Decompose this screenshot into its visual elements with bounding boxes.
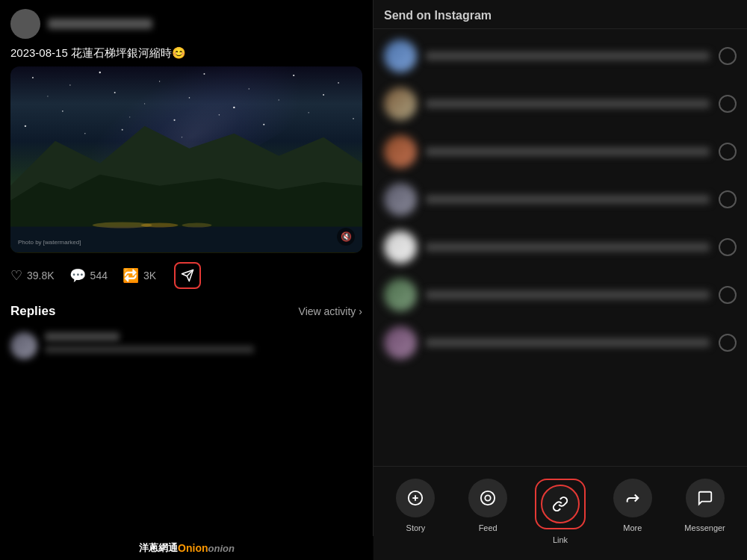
insta-avatar-2 (384, 87, 417, 120)
retweet-count: 3K (143, 270, 156, 281)
svg-point-38 (486, 495, 491, 500)
view-activity-link[interactable]: View activity › (299, 305, 362, 317)
svg-point-1 (69, 84, 71, 86)
svg-point-0 (32, 77, 34, 78)
insta-name-6 (426, 290, 710, 299)
action-btn-link[interactable]: Link (534, 479, 586, 545)
svg-point-8 (47, 96, 48, 96)
svg-point-6 (293, 75, 294, 76)
watermark-bar: 洋蔥網通 Onion onion (0, 536, 374, 560)
svg-point-30 (141, 223, 179, 228)
post-text: 2023-08-15 花蓮石梯坪銀河縮時😊 (0, 45, 373, 66)
reply-content-1 (45, 332, 362, 353)
replies-label: Replies (10, 304, 55, 319)
chevron-icon: › (359, 305, 362, 317)
like-count: 39.8K (27, 270, 55, 281)
insta-avatar-7 (384, 326, 417, 359)
watermark-brand-text: Onion (178, 542, 208, 554)
action-btn-icon-feed (468, 479, 507, 517)
insta-item-6[interactable] (374, 271, 747, 319)
radio-circle-3[interactable] (719, 143, 737, 161)
action-btn-label-story: Story (406, 523, 426, 533)
action-btn-icon-link (541, 485, 580, 523)
radio-circle-4[interactable] (719, 190, 737, 208)
insta-item-3[interactable] (374, 128, 747, 175)
svg-point-16 (129, 116, 130, 117)
insta-avatar-4 (384, 183, 417, 216)
comment-icon: 💬 (69, 267, 86, 284)
photo-watermark: Photo by [watermarked] (18, 239, 81, 246)
svg-point-20 (308, 112, 309, 113)
insta-item-2[interactable] (374, 80, 747, 128)
instagram-list[interactable] (374, 29, 747, 466)
action-btn-wrapper-link (535, 479, 586, 529)
action-btn-label-feed: Feed (479, 523, 498, 533)
like-action[interactable]: ♡ 39.8K (10, 267, 55, 284)
like-icon: ♡ (10, 267, 22, 284)
svg-point-37 (481, 491, 495, 505)
svg-point-19 (263, 124, 264, 125)
insta-avatar-3 (384, 135, 417, 168)
reply-text-1 (45, 346, 254, 353)
insta-item-7[interactable] (374, 319, 747, 367)
insta-item-4[interactable] (374, 175, 747, 223)
post-username (48, 19, 152, 29)
action-btn-more[interactable]: More (607, 479, 659, 533)
post-actions: ♡ 39.8K 💬 544 🔁 3K (0, 253, 373, 298)
comment-action[interactable]: 💬 544 (69, 267, 108, 284)
svg-point-3 (159, 81, 160, 81)
svg-point-2 (99, 72, 101, 73)
retweet-action[interactable]: 🔁 3K (123, 267, 156, 284)
radio-circle-7[interactable] (719, 334, 737, 352)
action-bar: Story Feed Link More Messenger (374, 466, 747, 560)
svg-point-9 (114, 92, 116, 93)
svg-point-31 (182, 223, 212, 228)
right-header: Send on Instagram (374, 0, 747, 29)
action-btn-wrapper-more (613, 479, 652, 517)
post-avatar (10, 9, 40, 39)
action-btn-wrapper-story (396, 479, 435, 517)
action-btn-wrapper-messenger (686, 479, 725, 517)
action-btn-feed[interactable]: Feed (462, 479, 514, 533)
action-btn-story[interactable]: Story (389, 479, 441, 533)
svg-point-10 (144, 103, 145, 104)
svg-point-18 (219, 114, 220, 116)
radio-circle-5[interactable] (719, 238, 737, 256)
svg-point-15 (62, 111, 63, 112)
action-btn-icon-more (613, 479, 652, 517)
mute-icon[interactable]: 🔇 (337, 228, 355, 246)
insta-name-4 (426, 195, 710, 204)
reply-avatar-1 (10, 332, 37, 359)
insta-avatar-6 (384, 279, 417, 311)
right-panel: Send on Instagram (374, 0, 747, 560)
action-btn-label-messenger: Messenger (684, 523, 725, 533)
action-btn-label-more: More (623, 523, 642, 533)
reply-username-1 (45, 332, 120, 341)
action-btn-wrapper-feed (468, 479, 507, 517)
svg-point-17 (173, 119, 175, 121)
svg-point-12 (233, 107, 235, 108)
action-btn-messenger[interactable]: Messenger (679, 479, 731, 533)
share-button[interactable] (174, 262, 201, 289)
reply-item-1 (0, 325, 373, 367)
insta-name-7 (426, 338, 710, 347)
radio-circle-6[interactable] (719, 286, 737, 304)
svg-point-5 (249, 88, 250, 90)
svg-point-21 (353, 118, 354, 119)
insta-avatar-1 (384, 40, 417, 72)
svg-point-11 (189, 97, 190, 99)
comment-count: 544 (90, 270, 108, 281)
left-panel: 2023-08-15 花蓮石梯坪銀河縮時😊 (0, 0, 374, 560)
insta-name-1 (426, 52, 710, 60)
radio-circle-2[interactable] (719, 95, 737, 113)
action-btn-icon-messenger (686, 479, 725, 517)
insta-item-5[interactable] (374, 223, 747, 271)
radio-circle-1[interactable] (719, 47, 737, 65)
svg-point-14 (323, 94, 324, 96)
view-activity-text: View activity (299, 305, 356, 317)
watermark-cn-text: 洋蔥網通 (139, 541, 178, 555)
svg-point-25 (182, 137, 182, 137)
stars-layer (10, 66, 362, 252)
svg-point-13 (279, 99, 279, 100)
insta-item-1[interactable] (374, 32, 747, 80)
